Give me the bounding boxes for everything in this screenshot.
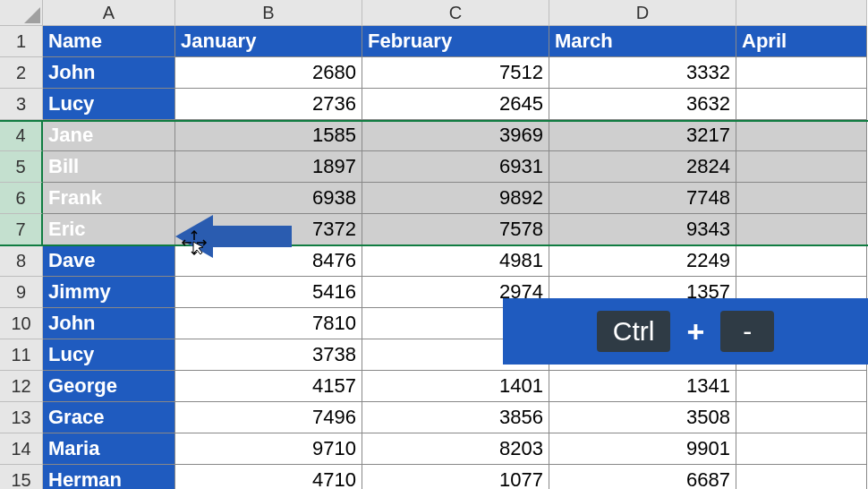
data-cell[interactable] — [736, 371, 867, 402]
column-header[interactable]: A — [43, 0, 175, 26]
data-cell[interactable]: 6938 — [175, 183, 362, 214]
table-header-cell[interactable]: Name — [43, 26, 175, 57]
svg-marker-0 — [24, 7, 40, 23]
data-cell[interactable]: 9901 — [549, 433, 736, 465]
name-cell[interactable]: Lucy — [43, 89, 175, 120]
key-ctrl: Ctrl — [597, 311, 671, 352]
keyboard-shortcut-banner: Ctrl + - — [503, 298, 868, 365]
row-header[interactable]: 5 — [0, 151, 43, 183]
column-header[interactable]: C — [362, 0, 549, 26]
data-cell[interactable]: 1897 — [175, 151, 362, 183]
data-cell[interactable] — [736, 465, 867, 489]
data-cell[interactable]: 8203 — [362, 433, 549, 465]
data-cell[interactable]: 3508 — [549, 402, 736, 433]
name-cell[interactable]: George — [43, 371, 175, 402]
data-cell[interactable]: 8476 — [175, 245, 362, 277]
data-cell[interactable] — [736, 433, 867, 465]
data-cell[interactable]: 3332 — [549, 57, 736, 89]
table-header-cell[interactable]: April — [736, 26, 867, 57]
name-cell[interactable]: Maria — [43, 433, 175, 465]
select-all-corner[interactable] — [0, 0, 43, 26]
data-cell[interactable]: 4981 — [362, 245, 549, 277]
data-cell[interactable]: 1401 — [362, 371, 549, 402]
data-cell[interactable]: 1341 — [549, 371, 736, 402]
data-cell[interactable]: 1585 — [175, 120, 362, 151]
column-header[interactable] — [736, 0, 867, 26]
data-cell[interactable] — [736, 214, 867, 245]
name-cell[interactable]: Jane — [43, 120, 175, 151]
row-header[interactable]: 1 — [0, 26, 43, 57]
name-cell[interactable]: Frank — [43, 183, 175, 214]
row-header[interactable]: 10 — [0, 308, 43, 339]
row-header[interactable]: 6 — [0, 183, 43, 214]
name-cell[interactable]: Bill — [43, 151, 175, 183]
name-cell[interactable]: John — [43, 308, 175, 339]
data-cell[interactable]: 7578 — [362, 214, 549, 245]
plus-icon: + — [686, 314, 704, 349]
name-cell[interactable]: Lucy — [43, 339, 175, 371]
data-cell[interactable] — [736, 57, 867, 89]
data-cell[interactable]: 9892 — [362, 183, 549, 214]
data-cell[interactable] — [736, 151, 867, 183]
data-cell[interactable] — [736, 183, 867, 214]
row-header[interactable]: 7 — [0, 214, 43, 245]
key-minus: - — [720, 311, 774, 352]
row-header[interactable]: 13 — [0, 402, 43, 433]
data-cell[interactable]: 7372 — [175, 214, 362, 245]
data-cell[interactable]: 7748 — [549, 183, 736, 214]
data-cell[interactable]: 9343 — [549, 214, 736, 245]
row-header[interactable]: 4 — [0, 120, 43, 151]
data-cell[interactable]: 7512 — [362, 57, 549, 89]
data-cell[interactable]: 2736 — [175, 89, 362, 120]
row-header[interactable]: 2 — [0, 57, 43, 89]
data-cell[interactable]: 3856 — [362, 402, 549, 433]
data-cell[interactable]: 3738 — [175, 339, 362, 371]
selection-border — [0, 244, 868, 246]
table-header-cell[interactable]: March — [549, 26, 736, 57]
name-cell[interactable]: John — [43, 57, 175, 89]
row-header[interactable]: 3 — [0, 89, 43, 120]
column-header[interactable]: D — [549, 0, 736, 26]
selection-border — [0, 120, 868, 122]
table-header-cell[interactable]: January — [175, 26, 362, 57]
data-cell[interactable]: 2645 — [362, 89, 549, 120]
row-header[interactable]: 11 — [0, 339, 43, 371]
name-cell[interactable]: Jimmy — [43, 277, 175, 308]
row-header[interactable]: 9 — [0, 277, 43, 308]
data-cell[interactable]: 2680 — [175, 57, 362, 89]
data-cell[interactable] — [736, 120, 867, 151]
table-header-cell[interactable]: February — [362, 26, 549, 57]
data-cell[interactable]: 2249 — [549, 245, 736, 277]
data-cell[interactable]: 2824 — [549, 151, 736, 183]
name-cell[interactable]: Dave — [43, 245, 175, 277]
name-cell[interactable]: Grace — [43, 402, 175, 433]
row-header[interactable]: 15 — [0, 465, 43, 489]
row-header[interactable]: 14 — [0, 433, 43, 465]
data-cell[interactable]: 1077 — [362, 465, 549, 489]
data-cell[interactable]: 4710 — [175, 465, 362, 489]
name-cell[interactable]: Eric — [43, 214, 175, 245]
data-cell[interactable]: 3632 — [549, 89, 736, 120]
data-cell[interactable]: 3969 — [362, 120, 549, 151]
data-cell[interactable] — [736, 245, 867, 277]
data-cell[interactable]: 7810 — [175, 308, 362, 339]
data-cell[interactable]: 3217 — [549, 120, 736, 151]
data-cell[interactable]: 9710 — [175, 433, 362, 465]
data-cell[interactable]: 6687 — [549, 465, 736, 489]
row-header[interactable]: 12 — [0, 371, 43, 402]
data-cell[interactable] — [736, 89, 867, 120]
column-header[interactable]: B — [175, 0, 362, 26]
data-cell[interactable]: 4157 — [175, 371, 362, 402]
row-header[interactable]: 8 — [0, 245, 43, 277]
name-cell[interactable]: Herman — [43, 465, 175, 489]
data-cell[interactable]: 6931 — [362, 151, 549, 183]
data-cell[interactable] — [736, 402, 867, 433]
data-cell[interactable]: 5416 — [175, 277, 362, 308]
data-cell[interactable]: 7496 — [175, 402, 362, 433]
